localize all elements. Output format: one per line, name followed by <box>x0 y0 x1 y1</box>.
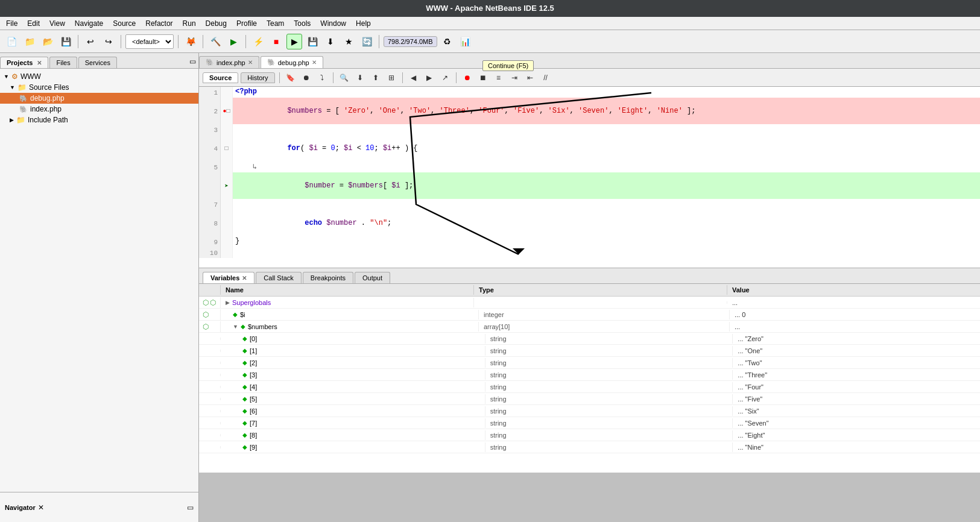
browser-button[interactable]: 🦊 <box>183 34 198 49</box>
var-row-i[interactable]: ⬡ ◆ $i integer ... 0 <box>199 309 980 321</box>
expand-numbers[interactable]: ▼ <box>233 324 238 330</box>
tree-item-www[interactable]: ▼ ⚙ WWW <box>0 71 198 82</box>
tree-item-source-files[interactable]: ▼ 📁 Source Files <box>0 82 198 93</box>
var-actions-i: ⬡ <box>199 309 221 320</box>
tab-services[interactable]: Services <box>78 57 117 68</box>
menu-debug[interactable]: Debug <box>203 19 229 28</box>
stop-record-btn[interactable]: ⏹ <box>476 71 490 84</box>
header-actions <box>199 285 221 295</box>
save-all-button[interactable]: 💾 <box>58 34 74 49</box>
code-line-1: 1 <?php <box>199 87 980 98</box>
tab-call-stack[interactable]: Call Stack <box>256 272 302 283</box>
gutter-3 <box>221 124 233 135</box>
history-button[interactable]: 🔄 <box>359 34 375 49</box>
var-row-2[interactable]: ◆ [2] string ... "Two" <box>199 357 980 369</box>
menu-profile[interactable]: Profile <box>234 19 259 28</box>
open-project-button[interactable]: 📁 <box>22 34 37 49</box>
editor-tab-debug-php[interactable]: 🐘 debug.php ✕ <box>261 56 323 68</box>
menu-view[interactable]: View <box>47 19 68 28</box>
editor-tab-source[interactable]: Source <box>203 72 238 83</box>
var-row-8[interactable]: ◆ [8] string ... "Eight" <box>199 429 980 441</box>
menu-run[interactable]: Run <box>180 19 198 28</box>
menu-window[interactable]: Window <box>318 19 349 28</box>
bookmark-button[interactable]: ★ <box>341 34 356 49</box>
menu-edit[interactable]: Edit <box>25 19 42 28</box>
line-content-1: <?php <box>233 87 980 98</box>
menu-tools[interactable]: Tools <box>291 19 313 28</box>
var-row-3[interactable]: ◆ [3] string ... "Three" <box>199 369 980 381</box>
toggle-breakpoint-btn[interactable]: ⏺ <box>300 71 313 84</box>
var-row-9[interactable]: ◆ [9] string ... "Nine" <box>199 441 980 453</box>
breakpoints-tab-label: Breakpoints <box>311 274 346 281</box>
tab-breakpoints[interactable]: Breakpoints <box>303 272 353 283</box>
tree-item-index-php[interactable]: 🐘 index.php <box>0 104 198 115</box>
editor-toolbar: Source History 🔖 ⏺ ⤵ 🔍 ⬇ ⬆ ⊞ ◀ ▶ ↗ ⏺ ⏹ ≡… <box>199 69 980 87</box>
tree-item-debug-php[interactable]: 🐘 debug.php <box>0 93 198 104</box>
indent-btn[interactable]: ⇥ <box>508 71 521 84</box>
undo-button[interactable]: ↩ <box>83 34 98 49</box>
navigate-back-btn[interactable]: ◀ <box>407 71 420 84</box>
menu-file[interactable]: File <box>4 19 20 28</box>
diamond-icon-5: ◆ <box>242 395 247 402</box>
outdent-btn[interactable]: ⇤ <box>523 71 537 84</box>
continue-button[interactable]: ▶ <box>286 34 302 49</box>
record-btn[interactable]: ⏺ <box>461 71 474 84</box>
code-format-btn[interactable]: ≡ <box>492 71 505 84</box>
tab-files[interactable]: Files <box>49 57 77 68</box>
toggle-fold-btn[interactable]: ⊞ <box>385 71 398 84</box>
run-project-button[interactable]: ⚡ <box>250 34 266 49</box>
menu-help[interactable]: Help <box>353 19 373 28</box>
code-editor[interactable]: 1 <?php 2 ● □ $numbers = [ 'Zero', 'One'… <box>199 87 980 268</box>
save-button[interactable]: 💾 <box>305 34 320 49</box>
comment-btn[interactable]: // <box>539 71 552 84</box>
search-btn[interactable]: 🔍 <box>338 71 351 84</box>
var-row-0[interactable]: ◆ [0] string ... "Zero" <box>199 333 980 345</box>
main-layout: Projects ✕ Files Services ▭ ▼ ⚙ WWW ▼ 📁 <box>0 53 980 522</box>
close-index-tab[interactable]: ✕ <box>248 59 253 66</box>
close-navigator-icon[interactable]: ✕ <box>38 503 44 512</box>
new-file-button[interactable]: 📄 <box>4 34 19 49</box>
menu-source[interactable]: Source <box>110 19 138 28</box>
redo-button[interactable]: ↪ <box>101 34 116 49</box>
tab-projects[interactable]: Projects ✕ <box>0 57 48 68</box>
variables-header: Name Type Value <box>199 284 980 297</box>
tab-variables[interactable]: Variables ✕ <box>203 272 254 283</box>
menu-navigate[interactable]: Navigate <box>72 19 106 28</box>
gc-button[interactable]: ♻ <box>440 34 455 49</box>
find-next-btn[interactable]: ⬇ <box>353 71 367 84</box>
open-file-button[interactable]: 📂 <box>40 34 55 49</box>
navigate-fwd-btn[interactable]: ▶ <box>423 71 436 84</box>
run-button[interactable]: ▶ <box>226 34 241 49</box>
download-button[interactable]: ⬇ <box>323 34 338 49</box>
profiler-button[interactable]: 📊 <box>458 34 473 49</box>
var-row-5[interactable]: ◆ [5] string ... "Five" <box>199 393 980 405</box>
minimize-left-button[interactable]: ▭ <box>187 55 198 68</box>
editor-tab-index-php[interactable]: 🐘 index.php ✕ <box>199 56 259 68</box>
tree-item-include-path[interactable]: ▶ 📁 Include Path <box>0 115 198 125</box>
navigate-source-btn[interactable]: ↗ <box>438 71 452 84</box>
expand-superglobals[interactable]: ▶ <box>226 300 230 306</box>
config-dropdown[interactable]: <default> <box>125 34 174 49</box>
close-projects-tab[interactable]: ✕ <box>37 60 42 66</box>
var-row-superglobals[interactable]: ⬡ ⬡ ▶ Superglobals ... <box>199 297 980 309</box>
minimize-navigator-icon[interactable]: ▭ <box>187 503 194 512</box>
var-row-numbers[interactable]: ⬡ ▼ ◆ $numbers array[10] ... <box>199 321 980 333</box>
step-over-btn[interactable]: ⤵ <box>315 71 329 84</box>
editor-tab-history[interactable]: History <box>241 72 274 83</box>
close-variables-tab[interactable]: ✕ <box>242 275 247 281</box>
var-row-4[interactable]: ◆ [4] string ... "Four" <box>199 381 980 393</box>
toggle-bookmark-btn[interactable]: 🔖 <box>284 71 297 84</box>
close-debug-tab[interactable]: ✕ <box>312 59 317 66</box>
navigator-tab-label[interactable]: Navigator <box>5 504 36 511</box>
menu-refactor[interactable]: Refactor <box>143 19 175 28</box>
build-button[interactable]: 🔨 <box>207 34 223 49</box>
var-row-1[interactable]: ◆ [1] string ... "One" <box>199 345 980 357</box>
tab-output[interactable]: Output <box>355 272 390 283</box>
expand-marker-2[interactable]: □ <box>227 108 230 115</box>
expand-marker-4[interactable]: □ <box>224 145 228 152</box>
var-row-7[interactable]: ◆ [7] string ... "Seven" <box>199 417 980 429</box>
stop-button[interactable]: ■ <box>268 34 284 49</box>
find-prev-btn[interactable]: ⬆ <box>369 71 382 84</box>
var-row-6[interactable]: ◆ [6] string ... "Six" <box>199 405 980 417</box>
menu-team[interactable]: Team <box>264 19 286 28</box>
